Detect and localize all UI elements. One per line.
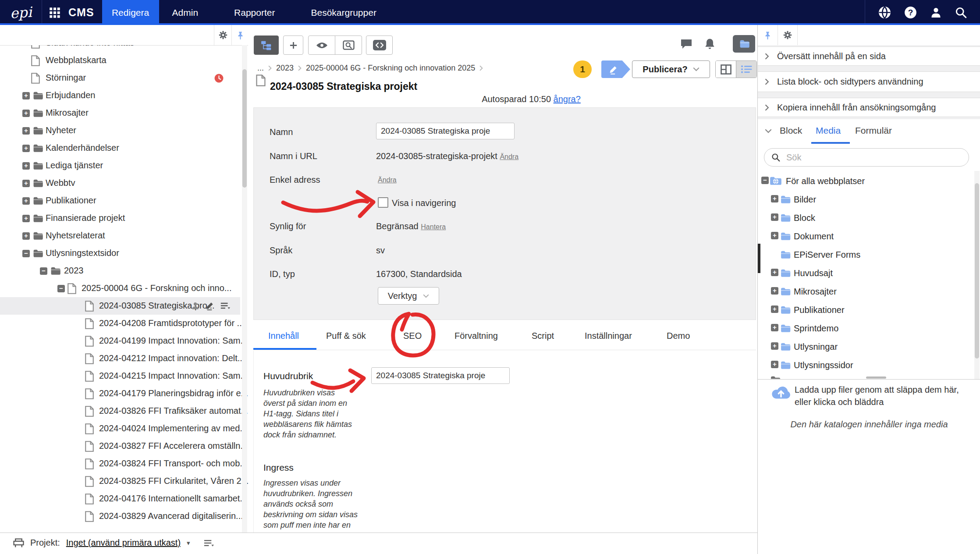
tree-item[interactable]: +Lediga tjänster <box>0 157 248 174</box>
expand-icon[interactable]: + <box>22 92 30 99</box>
expand-icon[interactable]: + <box>771 232 778 239</box>
project-selector[interactable]: Inget (använd primära utkast) <box>66 538 181 548</box>
tab-puff-sok[interactable]: Puff & sök <box>326 321 366 350</box>
tree-item[interactable]: 2024-04176 Internationellt samarbet... <box>0 490 248 508</box>
tab-redigera[interactable]: Redigera <box>102 0 159 25</box>
tree-item[interactable]: Störningar <box>0 69 248 87</box>
expand-icon[interactable]: + <box>771 342 778 350</box>
tab-demo[interactable]: Demo <box>667 321 690 350</box>
tab-rapporter[interactable]: Rapporter <box>221 0 288 25</box>
context-menu-icon[interactable] <box>220 302 231 309</box>
divider-drag-handle[interactable] <box>866 376 886 379</box>
tree-item[interactable]: 2024-03825 FFI Cirkularitet, Våren 2... <box>0 472 248 490</box>
media-tree-item[interactable]: +Sprintdemo <box>758 322 980 335</box>
app-switcher-button[interactable] <box>42 0 60 25</box>
collapse-icon[interactable]: − <box>40 267 47 275</box>
media-tree-item[interactable]: +Bilder <box>758 193 980 206</box>
tab-seo[interactable]: SEO <box>403 321 422 350</box>
chevron-down-icon[interactable]: ▾ <box>187 539 190 547</box>
version-count-badge[interactable]: 1 <box>573 60 592 78</box>
epi-logo[interactable]: epi <box>0 0 42 25</box>
tree-item[interactable]: Webbplatskarta <box>0 52 248 69</box>
show-in-navigation-checkbox[interactable] <box>378 197 388 208</box>
manage-link[interactable]: Hantera <box>421 223 446 231</box>
tree-item[interactable]: Sidan kunde inte hittas <box>0 45 248 52</box>
expand-icon[interactable]: + <box>771 195 778 202</box>
chevron-down-icon[interactable] <box>765 129 772 133</box>
new-page-button[interactable] <box>283 36 303 55</box>
tree-item-selected[interactable]: 2024-03085 Strategiska pro... <box>0 297 240 315</box>
help-icon[interactable] <box>904 6 917 19</box>
media-tree-item[interactable]: EPiServer Forms <box>758 249 980 262</box>
compare-versions-button[interactable] <box>366 36 393 55</box>
media-tree-item[interactable]: +Dokument <box>758 230 980 243</box>
tree-item[interactable]: +Mikrosajter <box>0 104 248 122</box>
tree-item[interactable]: +Nyhetsrelaterat <box>0 227 248 245</box>
tree-pin-cell[interactable] <box>231 25 249 45</box>
assets-settings-cell[interactable] <box>778 25 798 45</box>
list-view-button[interactable] <box>736 61 756 78</box>
tab-installningar[interactable]: Inställningar <box>585 321 632 350</box>
tab-script[interactable]: Script <box>532 321 554 350</box>
expand-icon[interactable]: + <box>22 145 30 152</box>
assets-pin-cell[interactable] <box>758 25 778 45</box>
expand-icon[interactable]: + <box>771 324 778 331</box>
media-tree-scrollbar[interactable] <box>974 171 980 379</box>
expand-icon[interactable]: + <box>771 305 778 313</box>
media-tree-item[interactable]: +Block <box>758 212 980 225</box>
media-tree-item[interactable]: +Publikationer <box>758 304 980 317</box>
collapse-icon[interactable]: − <box>22 250 30 257</box>
expand-icon[interactable]: + <box>22 127 30 135</box>
comments-icon[interactable] <box>681 39 692 49</box>
tool-kopiera[interactable]: Kopiera innehåll från ansökningsomgång <box>758 98 980 117</box>
project-menu-icon[interactable] <box>203 539 214 547</box>
collapse-icon[interactable]: − <box>57 285 65 292</box>
tree-item[interactable]: 2024-04208 Framtidsprototyper för ... <box>0 315 248 332</box>
tree-item[interactable]: −2023 <box>0 262 248 280</box>
tools-dropdown[interactable]: Verktyg <box>378 287 439 305</box>
tree-item[interactable]: 2024-04215 Impact Innovation: Sam... <box>0 367 248 385</box>
simple-address-change-link[interactable]: Ändra <box>378 176 397 184</box>
tree-item[interactable]: 2024-03827 FFI Accelerera omställn... <box>0 437 248 455</box>
media-tree-item[interactable]: +Utlysningar <box>758 341 980 354</box>
gear-icon[interactable] <box>218 30 228 40</box>
tree-item[interactable]: 2024-04024 Implementering av med... <box>0 420 248 437</box>
undo-link[interactable]: ångra? <box>554 94 581 104</box>
media-tree-item[interactable]: +Mikrosajter <box>758 285 980 298</box>
expand-icon[interactable]: + <box>22 232 30 240</box>
tab-formular[interactable]: Formulär <box>855 125 892 136</box>
tab-forvaltning[interactable]: Förvaltning <box>454 321 498 350</box>
expand-icon[interactable]: + <box>22 197 30 205</box>
tool-lista-block[interactable]: Lista block- och sidtypers användning <box>758 71 980 92</box>
tree-settings-cell[interactable] <box>214 25 232 45</box>
breadcrumb-item[interactable]: 2025-00004 6G - Forskning och innovation… <box>306 64 475 73</box>
expand-icon[interactable]: + <box>771 287 778 295</box>
expand-icon[interactable]: + <box>771 269 778 276</box>
name-input[interactable] <box>376 123 515 139</box>
pin-icon[interactable] <box>236 31 245 39</box>
preview-search-button[interactable] <box>335 36 362 54</box>
media-search-input[interactable] <box>785 152 954 163</box>
tab-besokargrupper[interactable]: Besökargrupper <box>298 0 389 25</box>
tree-item[interactable]: 2024-03826 FFI Trafiksäker automat... <box>0 402 248 420</box>
tree-item[interactable]: 2024-04179 Planeringsbidrag inför e... <box>0 385 248 402</box>
tab-block[interactable]: Block <box>780 125 802 136</box>
upload-drop-area[interactable]: Ladda upp filer genom att släppa dem här… <box>795 384 966 408</box>
tree-item[interactable]: 2024-04199 Impact Innovation: Sam... <box>0 332 248 350</box>
tree-item[interactable]: +Webbtv <box>0 174 248 192</box>
publish-button[interactable]: Publicera? <box>632 60 710 78</box>
tab-innehall[interactable]: Innehåll <box>268 321 299 350</box>
expand-icon[interactable]: + <box>771 213 778 221</box>
breadcrumb-item[interactable]: 2023 <box>276 64 294 73</box>
layout-view-button[interactable] <box>716 61 736 78</box>
huvudrubrik-input[interactable] <box>371 367 510 384</box>
user-icon[interactable] <box>930 7 942 18</box>
tab-admin[interactable]: Admin <box>159 0 212 25</box>
tree-item[interactable]: −2025-00004 6G - Forskning och inno... <box>0 280 248 297</box>
tree-item[interactable]: 2024-03829 Avancerad digitaliserin... <box>0 508 248 525</box>
tree-item[interactable]: −Utlysningstextsidor <box>0 245 248 262</box>
user-icon[interactable] <box>191 302 199 310</box>
edit-mode-arrow-button[interactable] <box>601 60 630 78</box>
collapse-icon[interactable]: − <box>761 177 769 184</box>
preview-eye-button[interactable] <box>309 36 335 54</box>
